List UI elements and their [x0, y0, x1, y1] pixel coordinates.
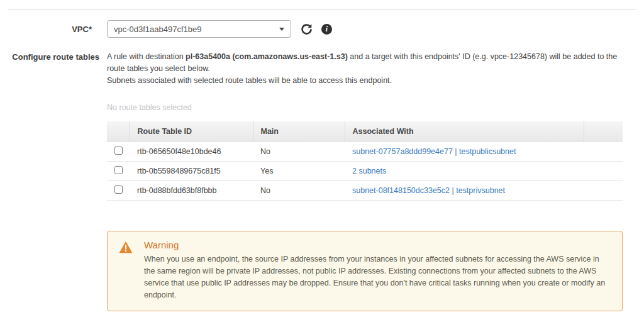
- spacer-cell: [584, 181, 623, 201]
- spacer-cell: [584, 162, 623, 181]
- section-content: A rule with destination pl-63a5400a (com…: [107, 51, 623, 311]
- warning-title: Warning: [144, 240, 609, 250]
- spacer-cell: [584, 142, 623, 162]
- route-table-checkbox[interactable]: [114, 186, 123, 194]
- main-cell: No: [253, 181, 345, 201]
- route-table-id-cell: rtb-0b5598489675c81f5: [130, 162, 253, 181]
- table-header-row: Route Table ID Main Associated With: [107, 121, 623, 142]
- top-divider: [8, 9, 636, 10]
- main-cell: No: [253, 142, 345, 162]
- column-header-main: Main: [253, 121, 345, 142]
- route-table-id-cell: rtb-065650f48e10bde46: [130, 142, 253, 162]
- vpc-label: VPC*: [0, 25, 92, 34]
- column-header-associated-with: Associated With: [345, 121, 584, 142]
- table-row: rtb-0b5598489675c81f5 Yes 2 subnets: [107, 162, 623, 181]
- route-tables-table: Route Table ID Main Associated With rtb-…: [107, 121, 623, 201]
- description-prefix-list-id: pl-63a5400a (com.amazonaws.us-east-1.s3): [186, 52, 348, 61]
- chevron-down-icon: [279, 28, 284, 31]
- warning-triangle-icon: [119, 241, 133, 301]
- refresh-icon[interactable]: [301, 23, 313, 35]
- no-route-tables-selected-text: No route tables selected: [107, 103, 623, 112]
- subnets-access-description: Subnets associated with selected route t…: [107, 75, 623, 87]
- table-row: rtb-0d88bfdd63bf8fbbb No subnet-08f14815…: [107, 181, 623, 201]
- route-rule-description: A rule with destination pl-63a5400a (com…: [107, 51, 623, 75]
- vpc-select-value: vpc-0d3f1aab497cf1be9: [114, 25, 202, 34]
- route-table-checkbox[interactable]: [114, 147, 123, 155]
- associated-subnet-link[interactable]: subnet-07757a8ddd99e4e77 | testpublicsub…: [352, 147, 516, 156]
- select-all-header-cell: [107, 121, 130, 142]
- warning-content: Warning When you use an endpoint, the so…: [144, 240, 609, 301]
- section-label: Configure route tables: [0, 51, 99, 311]
- warning-box: Warning When you use an endpoint, the so…: [107, 231, 623, 311]
- info-icon[interactable]: i: [321, 24, 332, 35]
- route-table-id-cell: rtb-0d88bfdd63bf8fbbb: [130, 181, 253, 201]
- configure-route-tables-section: Configure route tables A rule with desti…: [0, 51, 644, 311]
- associated-subnet-link[interactable]: subnet-08f148150dc33e5c2 | testprivsubne…: [352, 186, 505, 195]
- vpc-select[interactable]: vpc-0d3f1aab497cf1be9: [107, 20, 291, 38]
- table-row: rtb-065650f48e10bde46 No subnet-07757a8d…: [107, 142, 623, 162]
- column-header-route-table-id: Route Table ID: [130, 121, 253, 142]
- column-header-spacer: [584, 121, 623, 142]
- vpc-field-row: VPC* vpc-0d3f1aab497cf1be9 i: [0, 20, 644, 38]
- associated-subnet-link[interactable]: 2 subnets: [352, 167, 386, 175]
- description-prefix: A rule with destination: [107, 52, 186, 61]
- warning-body-text: When you use an endpoint, the source IP …: [144, 253, 609, 301]
- route-table-checkbox[interactable]: [114, 166, 123, 174]
- main-cell: Yes: [253, 162, 345, 181]
